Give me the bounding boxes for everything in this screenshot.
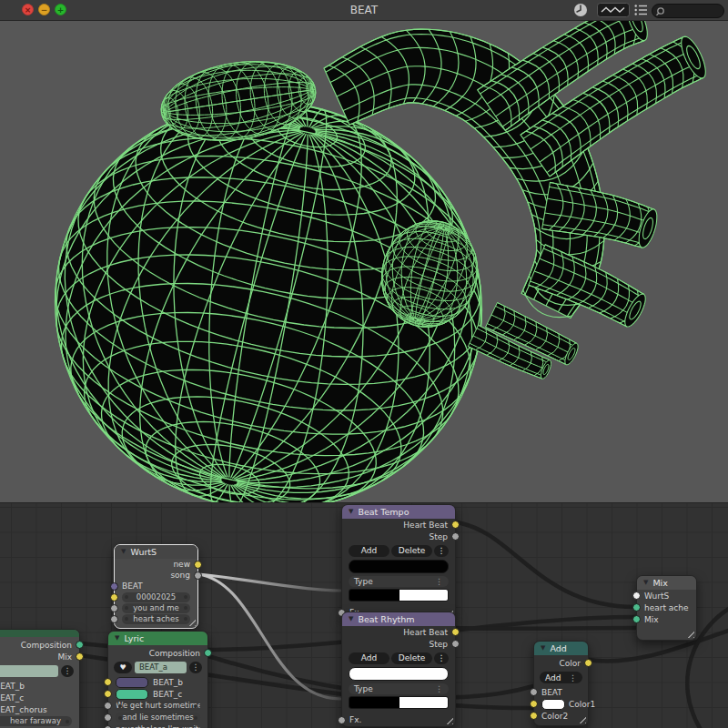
input-socket[interactable] xyxy=(104,678,112,686)
node-header[interactable]: ▼ Mix xyxy=(637,576,696,590)
search-input[interactable] xyxy=(652,4,724,18)
node-editor-canvas[interactable]: ▼ WurtS new song BEAT 00002025 you and m… xyxy=(0,502,728,728)
node-lyric[interactable]: ▼ Lyric Composition ♥ BEAT_a ⋮ BEAT_b BE… xyxy=(107,631,208,728)
output-socket[interactable] xyxy=(451,628,460,636)
output-label: song xyxy=(170,571,190,580)
input-socket[interactable] xyxy=(632,592,641,600)
value-field[interactable]: 00002025 xyxy=(122,592,190,602)
collapse-triangle-icon[interactable]: ▼ xyxy=(643,580,648,586)
delete-button[interactable]: Delete xyxy=(391,545,432,557)
input-socket[interactable] xyxy=(530,700,538,708)
menu-dots-icon[interactable]: ⋮ xyxy=(189,662,202,673)
color-swatch[interactable] xyxy=(541,699,565,710)
node-header[interactable]: ▼ Beat Tempo xyxy=(342,505,455,519)
node-wurts[interactable]: ▼ WurtS new song BEAT 00002025 you and m… xyxy=(114,544,198,629)
node-header[interactable]: ▼ WurtS xyxy=(115,545,197,559)
output-label: Heart Beat xyxy=(403,521,448,530)
node-header[interactable]: ▼ Beat Rhythm xyxy=(342,612,455,626)
add-button[interactable]: Add xyxy=(349,545,389,557)
lyric-line-field[interactable]: hear faraway xyxy=(0,716,72,726)
output-label: Step xyxy=(430,532,449,541)
collapse-triangle-icon[interactable]: ▼ xyxy=(121,549,126,555)
node-title: Beat Tempo xyxy=(358,507,409,517)
value-field[interactable]: heart aches xyxy=(122,614,190,624)
input-label: Color2 xyxy=(541,712,568,721)
output-socket[interactable] xyxy=(204,649,212,657)
node-beat-tempo[interactable]: ▼ Beat Tempo Heart Beat Step Add Delete … xyxy=(341,504,456,620)
node-title: WurtS xyxy=(130,547,157,557)
input-socket[interactable] xyxy=(104,713,112,722)
name-field[interactable] xyxy=(0,665,58,677)
input-socket[interactable] xyxy=(110,582,118,591)
output-socket[interactable] xyxy=(76,652,84,661)
input-socket[interactable] xyxy=(632,615,641,623)
waveform-button[interactable] xyxy=(597,3,630,17)
menu-dots-icon[interactable]: ⋮ xyxy=(434,652,449,664)
lyric-line-field[interactable]: nevertheless I'm waiting xyxy=(116,724,200,728)
input-socket[interactable] xyxy=(104,702,112,710)
input-socket[interactable] xyxy=(338,716,346,724)
output-socket[interactable] xyxy=(584,659,592,667)
input-label: heart ache xyxy=(644,603,689,612)
name-field[interactable]: BEAT_a xyxy=(135,662,187,673)
color-swatch[interactable] xyxy=(116,677,148,688)
node-header[interactable]: ▼ Add xyxy=(534,642,588,655)
input-label: WurtS xyxy=(644,592,669,601)
color-ramp[interactable] xyxy=(349,589,449,602)
value-field[interactable]: you and me xyxy=(122,603,190,613)
collapse-triangle-icon[interactable]: ▼ xyxy=(541,645,545,652)
list-icon[interactable] xyxy=(634,3,648,17)
add-button[interactable]: Add xyxy=(349,652,389,664)
input-socket[interactable] xyxy=(110,604,118,612)
color-swatch[interactable] xyxy=(116,689,148,700)
node-composition[interactable]: Composition Mix ⋮ BEAT_b BEAT_c BEAT_cho… xyxy=(0,629,80,728)
collapse-triangle-icon[interactable]: ▼ xyxy=(349,509,353,515)
node-wire xyxy=(456,522,636,607)
heart-wireframe xyxy=(0,21,728,502)
input-label: Color1 xyxy=(569,700,595,709)
node-add[interactable]: ▼ Add Color Add ⋮ BEAT Color1 Color2 xyxy=(533,641,589,726)
input-socket[interactable] xyxy=(110,593,118,602)
type-dropdown[interactable]: Type ⋮ xyxy=(349,576,449,587)
menu-dots-icon[interactable]: ⋮ xyxy=(61,665,74,677)
input-socket[interactable] xyxy=(104,690,112,698)
node-title: Beat Rhythm xyxy=(358,614,414,624)
input-socket[interactable] xyxy=(632,603,641,612)
output-label: Heart Beat xyxy=(403,628,448,637)
swatch-label: BEAT_b xyxy=(0,682,25,691)
lyric-line-field[interactable]: We get hurt sometimes xyxy=(116,701,200,711)
node-mix[interactable]: ▼ Mix WurtS heart ache Mix xyxy=(636,575,697,641)
collapse-triangle-icon[interactable]: ▼ xyxy=(349,616,353,622)
collapse-triangle-icon[interactable]: ▼ xyxy=(115,635,119,642)
list-widget[interactable] xyxy=(349,667,449,681)
menu-dots-icon[interactable]: ⋮ xyxy=(434,545,449,557)
node-header[interactable]: ▼ Lyric xyxy=(108,632,207,645)
lyric-line-field[interactable]: and lie sometimes xyxy=(116,713,200,723)
color-ramp[interactable] xyxy=(349,696,449,709)
node-beat-rhythm[interactable]: ▼ Beat Rhythm Heart Beat Step Add Delete… xyxy=(341,612,456,727)
type-dropdown[interactable]: Type ⋮ xyxy=(349,683,449,694)
list-widget[interactable] xyxy=(349,560,449,573)
node-wire xyxy=(198,574,340,699)
output-socket[interactable] xyxy=(451,532,460,541)
input-socket[interactable] xyxy=(530,712,538,720)
node-header[interactable] xyxy=(0,630,79,637)
viewport-3d[interactable] xyxy=(0,21,728,502)
heart-icon[interactable]: ♥ xyxy=(114,662,132,673)
output-socket[interactable] xyxy=(76,641,84,649)
input-label: BEAT xyxy=(541,688,562,697)
output-socket[interactable] xyxy=(451,640,460,648)
output-socket[interactable] xyxy=(194,571,202,580)
output-label: new xyxy=(173,560,190,569)
input-socket[interactable] xyxy=(110,615,118,623)
operation-dropdown[interactable]: Add ⋮ xyxy=(540,672,582,683)
input-label: BEAT xyxy=(122,581,143,591)
delete-button[interactable]: Delete xyxy=(391,652,432,664)
output-socket[interactable] xyxy=(194,561,202,569)
swatch-label: BEAT_chorus xyxy=(0,705,47,714)
input-socket[interactable] xyxy=(530,688,538,696)
resize-grip[interactable] xyxy=(685,629,694,638)
swatch-label: BEAT_c xyxy=(0,693,24,703)
output-socket[interactable] xyxy=(451,521,460,529)
clock-icon[interactable] xyxy=(573,3,588,17)
